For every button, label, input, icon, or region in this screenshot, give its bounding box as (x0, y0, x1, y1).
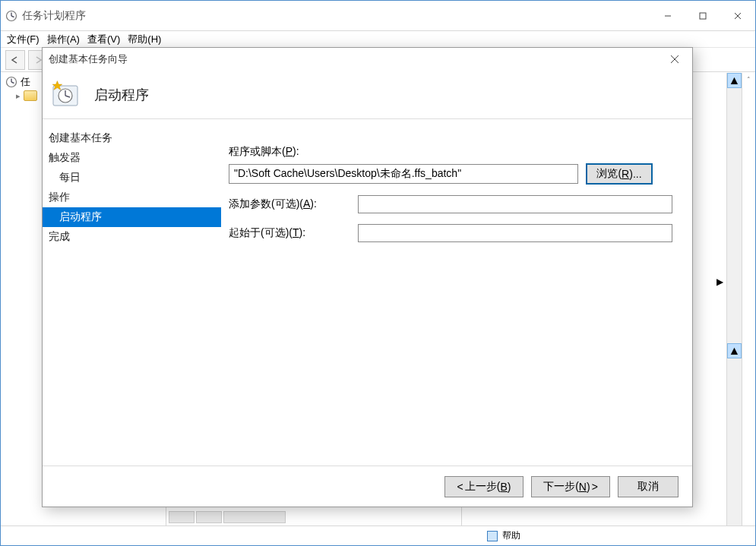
scroll-track[interactable] (727, 88, 742, 510)
tree-root-label: 任 (21, 75, 30, 89)
nav-trigger-daily[interactable]: 每日 (43, 168, 221, 188)
script-label: 程序或脚本(P): (229, 145, 299, 157)
browse-button[interactable]: 浏览(R)... (586, 163, 653, 185)
status-icon (487, 531, 498, 541)
dialog-title: 创建基本任务向导 (49, 52, 663, 66)
toolbar-back-button[interactable] (5, 50, 25, 70)
wizard-icon (50, 80, 81, 110)
close-button[interactable] (720, 1, 755, 30)
start-in-input[interactable] (358, 224, 672, 242)
stub[interactable] (196, 511, 222, 523)
outer-scrollbar[interactable]: ˄ (742, 73, 755, 525)
chevron-right-icon[interactable]: ▶ (713, 270, 726, 293)
nav-create-task[interactable]: 创建基本任务 (43, 128, 221, 148)
script-path-input[interactable] (229, 164, 578, 184)
main-window-title: 任务计划程序 (22, 9, 650, 23)
stub[interactable] (223, 511, 286, 523)
main-titlebar: 任务计划程序 (1, 1, 755, 31)
nav-action-run-program[interactable]: 启动程序 (43, 207, 221, 227)
menu-view[interactable]: 查看(V) (87, 33, 120, 46)
stub[interactable] (169, 511, 195, 523)
menu-action[interactable]: 操作(A) (47, 33, 80, 46)
scroll-down-button[interactable]: ▲ (727, 343, 742, 358)
dialog-close-button[interactable] (663, 48, 686, 71)
dialog-footer: <上一步(B) 下一步(N)> 取消 (43, 466, 692, 507)
wizard-nav: 创建基本任务 触发器 每日 操作 启动程序 完成 (43, 119, 221, 466)
hscroll-stubs (169, 511, 286, 525)
arguments-label: 添加参数(可选)(A): (229, 197, 350, 211)
window-controls (650, 1, 755, 30)
menu-file[interactable]: 文件(F) (7, 33, 40, 46)
outer-scroll-up[interactable]: ˄ (742, 73, 755, 87)
tree-expander[interactable]: ▸ (16, 91, 21, 101)
dialog-content: 程序或脚本(P): 浏览(R)... 添加参数(可选)(A): 起始于(可选)(… (221, 119, 692, 466)
nav-finish[interactable]: 完成 (43, 227, 221, 247)
menu-help[interactable]: 帮助(H) (128, 33, 161, 46)
dialog-header-title: 启动程序 (94, 86, 149, 104)
dialog-titlebar: 创建基本任务向导 (43, 48, 692, 71)
wizard-dialog: 创建基本任务向导 启动程序 创建基本任务 触发器 每日 操作 启动程序 完成 (42, 47, 693, 507)
menubar: 文件(F) 操作(A) 查看(V) 帮助(H) (1, 31, 755, 48)
clock-icon (5, 10, 17, 22)
cancel-button[interactable]: 取消 (618, 476, 679, 497)
start-in-label: 起始于(可选)(T): (229, 226, 350, 240)
dialog-body: 创建基本任务 触发器 每日 操作 启动程序 完成 程序或脚本(P): 浏览(R)… (43, 119, 692, 466)
scroll-up-button[interactable]: ▲ (727, 73, 742, 88)
folder-icon (24, 90, 37, 101)
back-button[interactable]: <上一步(B) (444, 476, 524, 497)
minimize-button[interactable] (650, 1, 685, 30)
clock-icon (5, 76, 17, 88)
maximize-button[interactable] (685, 1, 720, 30)
nav-action[interactable]: 操作 (43, 188, 221, 207)
statusbar: 帮助 (1, 525, 755, 545)
nav-trigger[interactable]: 触发器 (43, 148, 221, 168)
next-button[interactable]: 下一步(N)> (531, 476, 610, 497)
arguments-input[interactable] (358, 195, 672, 213)
actions-scrollbar[interactable]: ▲ ▲ (726, 73, 742, 525)
dialog-header: 启动程序 (43, 71, 692, 119)
svg-rect-4 (700, 13, 706, 19)
status-text: 帮助 (502, 529, 520, 542)
